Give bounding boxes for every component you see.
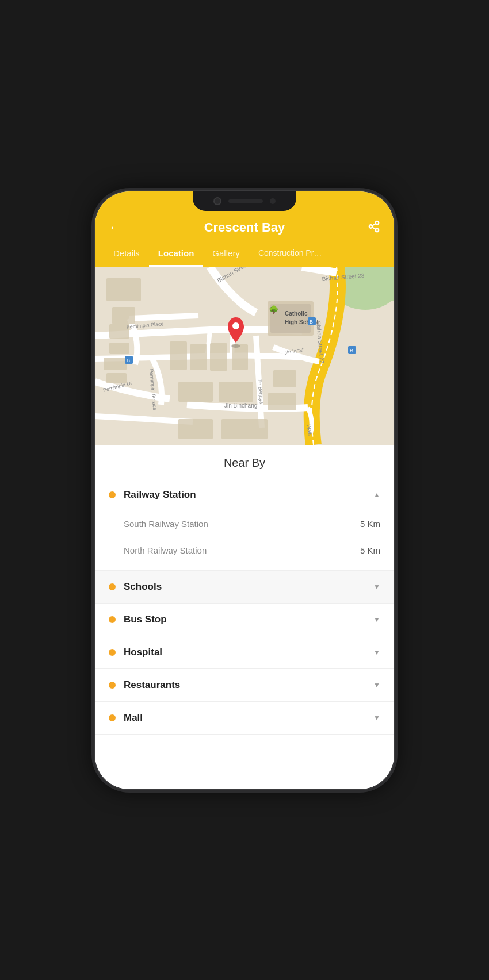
- mall-chevron: [373, 714, 380, 722]
- tab-location[interactable]: Location: [149, 243, 204, 267]
- nearby-section: Near By Railway Station South Railway St…: [95, 445, 394, 789]
- tab-construction[interactable]: Construction Pr…: [249, 243, 331, 267]
- hospital-chevron: [373, 648, 380, 656]
- schools-header[interactable]: Schools: [95, 571, 394, 603]
- back-button[interactable]: ←: [109, 220, 121, 235]
- restaurants-dot: [109, 682, 116, 689]
- schools-label: Schools: [124, 581, 373, 593]
- busstop-category: Bus Stop: [95, 604, 394, 636]
- railway-label: Railway Station: [124, 489, 373, 501]
- restaurants-header[interactable]: Restaurants: [95, 669, 394, 701]
- restaurants-chevron: [373, 681, 380, 689]
- svg-rect-11: [109, 343, 129, 354]
- north-railway-name: North Railway Station: [124, 545, 207, 555]
- north-railway-distance: 5 Km: [360, 545, 380, 555]
- svg-rect-14: [170, 341, 187, 370]
- phone-screen: ← Crescent Bay Details: [95, 191, 394, 789]
- mall-header[interactable]: Mall: [95, 702, 394, 734]
- svg-rect-21: [178, 419, 213, 439]
- svg-text:Catholic: Catholic: [285, 310, 308, 317]
- railway-chevron: [373, 491, 380, 499]
- svg-rect-7: [348, 267, 394, 301]
- app-content: ← Crescent Bay Details: [95, 191, 394, 789]
- svg-rect-23: [268, 393, 296, 410]
- schools-chevron: [373, 583, 380, 591]
- busstop-dot: [109, 616, 116, 623]
- svg-text:🌳: 🌳: [269, 305, 279, 315]
- tab-details[interactable]: Details: [104, 243, 149, 267]
- railway-station-header[interactable]: Railway Station: [95, 479, 394, 511]
- railway-dot: [109, 491, 116, 498]
- svg-rect-22: [273, 370, 296, 387]
- svg-rect-17: [232, 344, 248, 370]
- notch-camera: [213, 197, 221, 205]
- svg-line-4: [372, 223, 376, 225]
- mall-category: Mall: [95, 702, 394, 735]
- svg-rect-8: [106, 278, 141, 301]
- svg-text:B: B: [127, 358, 130, 363]
- tab-gallery[interactable]: Gallery: [203, 243, 249, 267]
- railway-items: South Railway Station 5 Km North Railway…: [95, 511, 394, 570]
- busstop-chevron: [373, 616, 380, 624]
- map-view[interactable]: Bishan Street 24 Bishan Street 22 Bishan…: [95, 267, 394, 445]
- north-railway-item: North Railway Station 5 Km: [124, 537, 380, 563]
- hospital-header[interactable]: Hospital: [95, 636, 394, 668]
- share-button[interactable]: [368, 220, 380, 236]
- notch-speaker: [228, 199, 263, 203]
- hospital-dot: [109, 649, 116, 656]
- restaurants-label: Restaurants: [124, 679, 373, 691]
- south-railway-item: South Railway Station 5 Km: [124, 511, 380, 537]
- svg-rect-16: [210, 343, 227, 371]
- svg-rect-19: [219, 382, 253, 402]
- mall-dot: [109, 714, 116, 721]
- railway-station-category: Railway Station South Railway Station 5 …: [95, 479, 394, 571]
- svg-rect-18: [178, 382, 213, 402]
- schools-category: Schools: [95, 571, 394, 604]
- svg-point-45: [231, 344, 240, 348]
- svg-text:Jln Binchang: Jln Binchang: [224, 402, 257, 409]
- tabs-bar: Details Location Gallery Construction Pr…: [95, 243, 394, 267]
- page-title: Crescent Bay: [204, 220, 285, 235]
- hospital-category: Hospital: [95, 636, 394, 669]
- phone-frame: ← Crescent Bay Details: [95, 191, 394, 789]
- notch: [193, 191, 296, 211]
- svg-rect-15: [190, 344, 207, 370]
- header-top: ← Crescent Bay: [95, 213, 394, 243]
- restaurants-category: Restaurants: [95, 669, 394, 702]
- svg-rect-12: [104, 358, 127, 370]
- notch-dot: [270, 198, 276, 204]
- busstop-label: Bus Stop: [124, 614, 373, 625]
- svg-line-3: [372, 227, 376, 229]
- south-railway-distance: 5 Km: [360, 519, 380, 529]
- schools-dot: [109, 583, 116, 590]
- busstop-header[interactable]: Bus Stop: [95, 604, 394, 636]
- svg-rect-20: [221, 419, 268, 439]
- nearby-title: Near By: [95, 445, 394, 479]
- mall-label: Mall: [124, 712, 373, 724]
- svg-point-46: [232, 322, 239, 329]
- hospital-label: Hospital: [124, 647, 373, 658]
- svg-text:B: B: [350, 348, 353, 353]
- south-railway-name: South Railway Station: [124, 519, 208, 529]
- svg-text:B: B: [310, 319, 313, 325]
- svg-rect-9: [112, 307, 135, 324]
